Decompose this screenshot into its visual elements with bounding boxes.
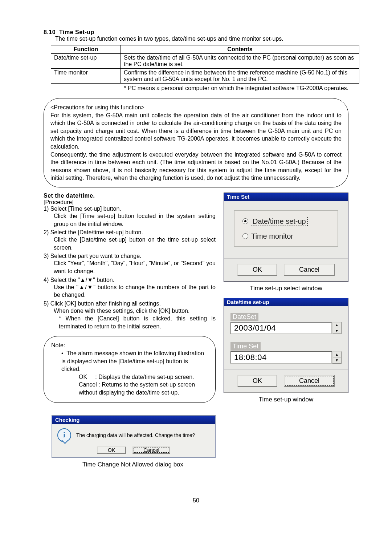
th-function: Function bbox=[51, 45, 121, 54]
procedure-label: [Procedure] bbox=[44, 199, 216, 206]
step-num: 4) bbox=[44, 277, 49, 283]
step-head: Select the part you want to change. bbox=[50, 253, 142, 259]
time-set-cancel-button[interactable]: Cancel bbox=[284, 264, 335, 276]
datetime-setup-title: Date/time set-up bbox=[224, 298, 348, 306]
checking-cancel-button[interactable]: Cancel bbox=[132, 446, 170, 454]
page-number: 50 bbox=[44, 497, 348, 504]
note-bullet: The alarm message shown in the following… bbox=[61, 350, 204, 372]
table-row: Date/time set-up Sets the date/time of a… bbox=[51, 54, 359, 69]
datetime-ok-button[interactable]: OK bbox=[237, 375, 277, 387]
section-title: Time Set-up bbox=[59, 29, 94, 35]
time-set-window: Time Set Date/time set-up Time monitor bbox=[224, 193, 348, 282]
time-set-radio-group: Date/time set-up Time monitor bbox=[234, 210, 338, 247]
step-sub: * When the [Cancel] button is clicked, t… bbox=[59, 315, 216, 330]
time-set-ok-button[interactable]: OK bbox=[237, 264, 277, 276]
procedure-list: 1) Select [Time set-up] button. Click th… bbox=[44, 206, 216, 331]
step-head: Click [OK] button after finishing all se… bbox=[50, 300, 161, 307]
step-body: Click the [Time set-up] button located i… bbox=[54, 212, 216, 228]
checking-caption: Time Change Not Allowed dialog box bbox=[52, 461, 214, 468]
step-num: 1) bbox=[44, 206, 49, 212]
precautions-box: <Precautions for using this function> Fo… bbox=[44, 98, 348, 187]
note-box: Note: • The alarm message shown in the f… bbox=[44, 336, 216, 403]
table-row: Time monitor Confirms the difference in … bbox=[51, 69, 359, 84]
spinner-up-icon[interactable]: ▲ bbox=[333, 352, 341, 358]
radio-dot-icon bbox=[242, 233, 248, 239]
note-ok-desc: : Displays the date/time set-up screen. bbox=[95, 374, 194, 380]
th-contents: Contents bbox=[121, 45, 359, 54]
time-set-title: Time Set bbox=[224, 193, 348, 201]
info-icon: i bbox=[57, 428, 71, 442]
function-table: Function Contents Date/time set-up Sets … bbox=[51, 45, 359, 84]
precautions-p1: For this system, the G-50A main unit col… bbox=[50, 112, 342, 151]
step-head: Select the [Date/time set-up] button. bbox=[50, 229, 143, 235]
step-num: 2) bbox=[44, 229, 49, 235]
fn-desc: Sets the date/time of all G-50A units co… bbox=[121, 54, 359, 69]
step-num: 3) bbox=[44, 253, 49, 259]
checking-message: The charging data will be affected. Chan… bbox=[76, 432, 195, 438]
datetime-setup-window: Date/time set-up DateSet 2003/01/04 ▲ ▼ … bbox=[224, 298, 348, 393]
fn-name: Date/time set-up bbox=[51, 54, 121, 69]
time-spinner[interactable]: ▲ ▼ bbox=[332, 351, 342, 364]
checking-ok-button[interactable]: OK bbox=[97, 446, 126, 454]
step-body: Use the "▲/▼" buttons to change the numb… bbox=[54, 283, 216, 299]
procedure-title: Set the date/time. bbox=[44, 193, 216, 199]
step-num: 5) bbox=[44, 300, 49, 307]
dateset-label: DateSet bbox=[230, 313, 258, 321]
step-head: Select the "▲/▼" button. bbox=[50, 277, 114, 283]
note-ok-label: OK bbox=[79, 374, 87, 380]
spinner-up-icon[interactable]: ▲ bbox=[333, 323, 341, 328]
step-body: Click "Year", "Month", "Day", "Hour", "M… bbox=[54, 259, 216, 275]
timeset-label: Time Set bbox=[230, 342, 261, 351]
fn-desc: Confirms the difference in time between … bbox=[121, 69, 359, 84]
step-head: Select [Time set-up] button. bbox=[50, 206, 121, 212]
step-body: When done with these settings, click the… bbox=[54, 307, 216, 315]
section-number: 8.10 bbox=[44, 29, 56, 35]
note-cancel-label: Cancel bbox=[79, 381, 97, 388]
radio-label: Time monitor bbox=[251, 232, 293, 240]
table-footnote: * PC means a personal computer on which … bbox=[44, 85, 348, 92]
step-body: Click the [Date/time set-up] button on t… bbox=[54, 236, 216, 251]
checking-dialog: Checking i The charging data will be aff… bbox=[52, 415, 216, 458]
datetime-cancel-button[interactable]: Cancel bbox=[284, 375, 335, 387]
spinner-down-icon[interactable]: ▼ bbox=[333, 328, 341, 333]
precautions-p2: Consequently, the time adjustment is exe… bbox=[50, 151, 342, 182]
checking-title: Checking bbox=[52, 416, 215, 424]
date-spinner[interactable]: ▲ ▼ bbox=[332, 322, 342, 334]
datetime-caption: Time set-up window bbox=[224, 396, 348, 403]
radio-time-monitor[interactable]: Time monitor bbox=[242, 232, 330, 240]
spinner-down-icon[interactable]: ▼ bbox=[333, 357, 341, 363]
time-input[interactable]: 18:08:04 bbox=[230, 351, 332, 364]
bullet-icon: • bbox=[61, 350, 64, 356]
radio-datetime-setup[interactable]: Date/time set-up bbox=[242, 217, 330, 226]
section-intro: The time set-up function comes in two ty… bbox=[55, 36, 348, 42]
time-set-caption: Time set-up select window bbox=[224, 285, 348, 292]
note-heading: Note: bbox=[51, 341, 209, 349]
fn-name: Time monitor bbox=[51, 69, 121, 84]
radio-label: Date/time set-up bbox=[251, 217, 307, 226]
radio-dot-icon bbox=[242, 218, 248, 224]
precautions-heading: <Precautions for using this function> bbox=[50, 104, 342, 112]
date-input[interactable]: 2003/01/04 bbox=[230, 322, 332, 334]
